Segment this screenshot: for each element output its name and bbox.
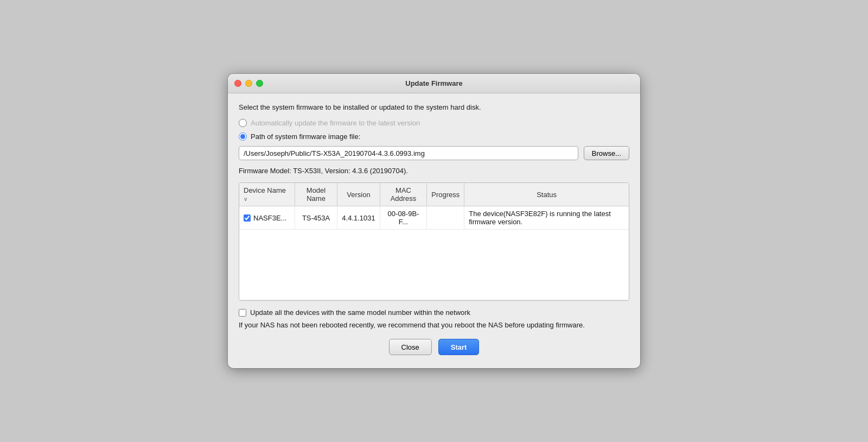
path-radio-row: Path of system firmware image file: — [239, 132, 629, 141]
cell-device-name: NASF3E... — [239, 206, 295, 230]
device-table-wrapper: Device Name ∨ Model Name Version MAC Add… — [239, 182, 629, 301]
maximize-window-button[interactable] — [256, 80, 263, 87]
col-version: Version — [337, 183, 380, 206]
table-row: NASF3E... TS-453A 4.4.1.1031 00-08-9B-F.… — [239, 206, 629, 230]
minimize-window-button[interactable] — [245, 80, 252, 87]
dialog-content: Select the system firmware to be install… — [228, 93, 640, 368]
auto-update-radio-row: Automatically update the firmware to the… — [239, 119, 629, 127]
firmware-info: Firmware Model: TS-X53II, Version: 4.3.6… — [239, 167, 629, 175]
cell-model-name: TS-453A — [295, 206, 337, 230]
button-row: Close Start — [239, 339, 629, 357]
update-all-checkbox[interactable] — [239, 309, 246, 317]
auto-update-radio[interactable] — [239, 119, 247, 127]
device-checkbox[interactable] — [244, 214, 251, 222]
col-progress: Progress — [427, 183, 464, 206]
path-radio[interactable] — [239, 132, 247, 141]
cell-status: The device(NASF3E82F) is running the lat… — [464, 206, 629, 230]
cell-progress — [427, 206, 464, 230]
main-window: Update Firmware Select the system firmwa… — [228, 74, 640, 368]
reboot-notice: If your NAS has not been rebooted recent… — [239, 321, 629, 329]
bottom-section: Update all the devices with the same mod… — [239, 308, 629, 329]
window-controls — [234, 80, 263, 87]
start-button[interactable]: Start — [438, 339, 480, 355]
path-radio-label: Path of system firmware image file: — [251, 132, 360, 141]
browse-button[interactable]: Browse... — [584, 146, 629, 160]
col-status: Status — [464, 183, 629, 206]
device-name-text: NASF3E... — [253, 214, 286, 222]
file-path-input[interactable] — [239, 146, 578, 160]
file-path-row: Browse... — [239, 146, 629, 160]
col-device-name: Device Name ∨ — [239, 183, 295, 206]
auto-update-label: Automatically update the firmware to the… — [251, 119, 420, 127]
window-title: Update Firmware — [405, 79, 462, 87]
table-header-row: Device Name ∨ Model Name Version MAC Add… — [239, 183, 629, 206]
close-window-button[interactable] — [234, 80, 241, 87]
section-description: Select the system firmware to be install… — [239, 103, 629, 111]
empty-table-area — [239, 230, 629, 300]
close-button[interactable]: Close — [389, 339, 432, 355]
sort-arrow-icon: ∨ — [244, 196, 247, 202]
titlebar: Update Firmware — [228, 74, 640, 93]
update-all-checkbox-row: Update all the devices with the same mod… — [239, 308, 629, 317]
cell-version: 4.4.1.1031 — [337, 206, 380, 230]
update-all-label: Update all the devices with the same mod… — [250, 308, 470, 317]
device-table: Device Name ∨ Model Name Version MAC Add… — [239, 183, 629, 300]
cell-mac-address: 00-08-9B-F... — [380, 206, 426, 230]
col-mac-address: MAC Address — [380, 183, 426, 206]
col-model-name: Model Name — [295, 183, 337, 206]
